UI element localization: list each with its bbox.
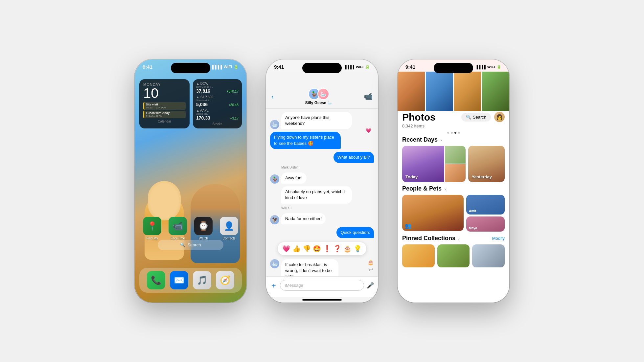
maya-label: Maya [469, 226, 477, 230]
sender-avatar-mark: 🦆 [270, 174, 279, 184]
today-card[interactable]: Today [402, 146, 466, 182]
signal-icon: ▐▐▐▐ [211, 65, 222, 69]
phone-icon[interactable]: 📞 [147, 271, 165, 289]
contacts-icon[interactable]: 👤 [220, 217, 238, 235]
app-findmy[interactable]: 📍 Find My [143, 217, 161, 240]
reaction-question[interactable]: ❓ [333, 245, 341, 253]
message-7: Quick question: [270, 227, 374, 238]
message-bubble-4: Aww fun! [281, 172, 307, 184]
people-header: People & Pets › [402, 185, 505, 192]
app-watch[interactable]: ⌚ Watch [194, 217, 213, 240]
modify-button[interactable]: Modify [492, 236, 505, 241]
mic-button[interactable]: 🎤 [367, 282, 374, 289]
dynamic-island [171, 63, 210, 73]
message-input[interactable]: iMessage [280, 280, 364, 291]
search-label: Search [187, 242, 201, 247]
sender-avatar-1: 🦢 [270, 120, 279, 129]
contact-name[interactable]: Silly Geese 🦢 [305, 101, 332, 105]
findmy-label: Find My [146, 237, 158, 240]
contacts-label: Contacts [222, 237, 235, 240]
recent-days-title: Recent Days [402, 136, 438, 143]
message-bubble-7: Quick question: [336, 227, 374, 238]
calendar-event-1: Site visit 10:15 – 10:45AM [143, 102, 186, 110]
search-bar[interactable]: 🔍 Search [158, 240, 223, 250]
reaction-heart[interactable]: 💗 [282, 245, 290, 253]
people-title-wrap: People & Pets › [402, 185, 446, 192]
phone-messages: 9:41 ▐▐▐▐ WiFi 🔋 ‹ 🦆 🦢 Silly Geese 🦢 📹 [266, 59, 378, 303]
person-amit-card[interactable]: Amit [466, 195, 505, 215]
main-app-row: 📍 Find My 📹 FaceTime ⌚ Watch 👤 Contacts [139, 217, 242, 240]
photos-header: Photos 8,342 Items 🔍 Search 👩 [398, 110, 509, 130]
people-chevron: › [445, 186, 446, 192]
app-music[interactable]: 🎵 [193, 271, 211, 289]
person-card-big[interactable]: 👥 [402, 195, 464, 231]
app-facetime[interactable]: 📹 FaceTime [169, 217, 187, 240]
dot-4 [458, 132, 460, 134]
today-label: Today [405, 174, 418, 179]
message-bubble-1: Anyone have plans this weekend? [281, 112, 352, 129]
battery-icon: 🔋 [234, 65, 239, 69]
sender-name-mark: Mark Disler [281, 166, 374, 169]
stock-aapl: ▲ AAPL Apple Inc... 170.33 +3.17 [196, 109, 239, 121]
reaction-bar[interactable]: 💗 👍 👎 🤩 ❗ ❓ 🎂 💡 [278, 242, 366, 255]
message-5: Absolutely no plans yet, which I kind of… [270, 186, 374, 203]
photos-search-button[interactable]: 🔍 Search [461, 113, 491, 122]
compose-icon: ↩ [368, 266, 373, 273]
facetime-icon[interactable]: 📹 [169, 217, 187, 235]
reaction-cake[interactable]: 🎂 [343, 245, 352, 253]
facetime-label: FaceTime [171, 237, 185, 240]
pinned-card-2[interactable] [437, 244, 470, 267]
dynamic-island-2 [302, 63, 342, 73]
findmy-icon[interactable]: 📍 [143, 217, 161, 235]
calendar-event-2: Lunch with Andy 11AM – 12PM [143, 111, 186, 118]
amit-label: Amit [469, 209, 476, 213]
mail-icon[interactable]: ✉️ [170, 271, 188, 289]
phone-photos: 9:41 ▐▐▐▐ WiFi 🔋 Photos 8,342 Items 🔍 [398, 59, 509, 303]
person-maya-card[interactable]: Maya [466, 216, 505, 232]
app-phone[interactable]: 📞 [147, 271, 165, 289]
photos-header-actions: 🔍 Search 👩 [461, 112, 505, 122]
dynamic-island-3 [434, 63, 473, 73]
photos-title-group: Photos 8,342 Items [402, 112, 436, 128]
back-button[interactable]: ‹ [271, 93, 274, 101]
home-indicator [302, 299, 342, 301]
search-icon: 🔍 [180, 242, 185, 247]
search-icon-3: 🔍 [466, 115, 471, 120]
app-mail[interactable]: ✉️ [170, 271, 188, 289]
today-photo-3 [445, 164, 466, 182]
tapback-icon: 🎂 [367, 259, 374, 265]
app-contacts[interactable]: 👤 Contacts [220, 217, 238, 240]
message-bubble-3: What about y'all? [334, 152, 374, 163]
add-button[interactable]: ＋ [270, 281, 277, 290]
hero-photo-1 [398, 72, 425, 111]
reaction-thumbsdown[interactable]: 👎 [303, 245, 311, 253]
watch-icon[interactable]: ⌚ [194, 217, 213, 235]
video-call-button[interactable]: 📹 [364, 92, 373, 101]
status-time-3: 9:41 [405, 64, 415, 70]
dock: 📞 ✉️ 🎵 🧭 [139, 268, 242, 293]
safari-icon[interactable]: 🧭 [216, 271, 234, 289]
pinned-header: Pinned Collections › Modify [402, 235, 505, 242]
pinned-collections-section: Pinned Collections › Modify [398, 235, 509, 271]
reaction-thumbsup[interactable]: 👍 [292, 245, 301, 253]
reaction-eyes[interactable]: 🤩 [313, 245, 321, 253]
yesterday-card[interactable]: Yesterday [468, 146, 505, 182]
reaction-more[interactable]: 💡 [354, 245, 362, 253]
sender-avatar-8: 🦢 [270, 259, 279, 268]
people-small-cards: Amit Maya [466, 195, 505, 232]
message-1: 🦢 Anyone have plans this weekend? [270, 112, 374, 129]
app-safari[interactable]: 🧭 [216, 271, 234, 289]
reaction-exclamation[interactable]: ❗ [323, 245, 331, 253]
photos-title: Photos [402, 112, 436, 123]
pinned-card-1[interactable] [402, 244, 435, 267]
widgets-row: MONDAY 10 Site visit 10:15 – 10:45AM Lun… [139, 79, 242, 128]
photos-user-avatar[interactable]: 👩 [494, 112, 505, 122]
heart-reaction: 💗 [366, 128, 371, 133]
pinned-card-3[interactable] [472, 244, 505, 267]
pinned-title-wrap: Pinned Collections › [402, 235, 460, 242]
calendar-widget[interactable]: MONDAY 10 Site visit 10:15 – 10:45AM Lun… [139, 79, 190, 128]
music-icon[interactable]: 🎵 [193, 271, 211, 289]
message-bubble-5: Absolutely no plans yet, which I kind of… [281, 186, 352, 203]
recent-days-header: Recent Days › [402, 136, 505, 143]
stocks-widget[interactable]: ▲ DOW Dow Jones I... 37,816 +570.17 ▲ S&… [193, 79, 242, 128]
